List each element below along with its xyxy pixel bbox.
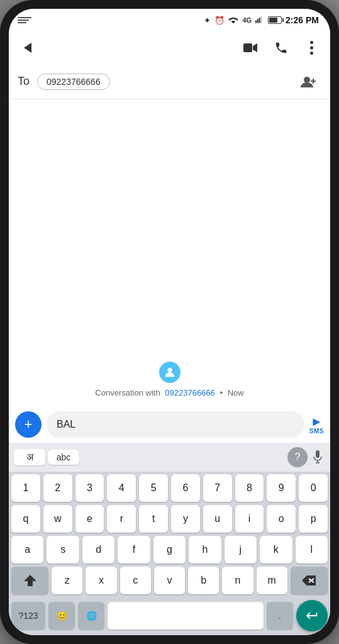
key-g[interactable]: g: [153, 536, 186, 564]
key-p[interactable]: p: [299, 505, 328, 533]
key-d[interactable]: d: [82, 536, 114, 564]
top-bar-icons: [238, 35, 324, 60]
key-7[interactable]: 7: [203, 474, 232, 502]
key-5[interactable]: 5: [139, 474, 168, 502]
key-t[interactable]: t: [139, 505, 168, 533]
alarm-icon: ⏰: [214, 16, 225, 25]
key-6[interactable]: 6: [171, 474, 200, 502]
delete-key[interactable]: [291, 567, 328, 594]
video-call-button[interactable]: [238, 35, 264, 60]
key-z[interactable]: z: [52, 567, 82, 594]
svg-rect-4: [243, 43, 252, 52]
svg-rect-2: [259, 18, 260, 23]
keyboard-help-button[interactable]: ?: [287, 447, 308, 467]
message-input[interactable]: BAL: [47, 411, 304, 438]
key-i[interactable]: i: [235, 505, 264, 533]
key-9[interactable]: 9: [267, 474, 296, 502]
period-key[interactable]: .: [267, 602, 293, 630]
key-e[interactable]: e: [75, 505, 104, 533]
enter-key[interactable]: [296, 600, 328, 631]
key-u[interactable]: u: [203, 505, 232, 533]
symbols-key[interactable]: ?123: [11, 602, 45, 630]
key-b[interactable]: b: [188, 567, 219, 594]
wifi-icon: [228, 16, 238, 25]
status-bar: ✦ ⏰ 4G: [9, 9, 330, 31]
key-k[interactable]: k: [260, 536, 292, 564]
svg-rect-3: [260, 16, 262, 23]
svg-point-7: [310, 52, 313, 55]
key-w[interactable]: w: [43, 505, 72, 533]
phone-inner: ✦ ⏰ 4G: [9, 9, 330, 635]
keyboard-row-qwerty: q w e r t y u i o p: [11, 505, 328, 533]
send-arrow-icon: ►: [311, 415, 323, 428]
back-arrow-icon: [24, 43, 31, 53]
4g-icon: 4G: [242, 16, 252, 24]
battery-icon: [268, 16, 282, 24]
key-r[interactable]: r: [107, 505, 136, 533]
keyboard-row-asdf: a s d f g h j k l: [11, 536, 328, 564]
svg-point-8: [304, 77, 310, 83]
status-right: ✦ ⏰ 4G: [204, 15, 319, 25]
key-l[interactable]: l: [296, 536, 328, 564]
keyboard: अ abc ? 1 2 3: [9, 443, 330, 635]
to-label: To: [18, 75, 30, 88]
svg-rect-0: [255, 20, 257, 23]
key-n[interactable]: n: [222, 567, 253, 594]
conversation-info: Conversation with 09223766666 • Now: [95, 362, 243, 397]
key-s[interactable]: s: [47, 536, 79, 564]
globe-key[interactable]: 🌐: [78, 602, 104, 630]
keyboard-row-numbers: 1 2 3 4 5 6 7 8 9 0: [11, 474, 328, 502]
top-action-bar: [9, 31, 330, 64]
key-y[interactable]: y: [171, 505, 200, 533]
lang-hindi-button[interactable]: अ: [14, 449, 45, 465]
svg-point-5: [310, 41, 313, 44]
shift-key[interactable]: [11, 567, 48, 594]
svg-marker-15: [24, 575, 36, 586]
key-v[interactable]: v: [154, 567, 185, 594]
key-1[interactable]: 1: [11, 474, 40, 502]
lang-abc-button[interactable]: abc: [48, 450, 79, 465]
key-q[interactable]: q: [11, 505, 40, 533]
add-media-button[interactable]: +: [15, 411, 42, 438]
key-o[interactable]: o: [267, 505, 296, 533]
message-bar: + BAL ► SMS: [9, 406, 330, 443]
key-c[interactable]: c: [120, 567, 151, 594]
keyboard-row-zxcv: z x c v b n m: [11, 567, 328, 594]
to-field: To 09223766666: [9, 64, 330, 99]
key-8[interactable]: 8: [235, 474, 264, 502]
key-a[interactable]: a: [11, 536, 43, 564]
conversation-label: Conversation with 09223766666 • Now: [95, 388, 243, 397]
emoji-key[interactable]: 😊: [48, 602, 75, 630]
back-button[interactable]: [15, 35, 40, 60]
status-left: [18, 16, 31, 25]
signal-icon: [255, 16, 264, 25]
key-4[interactable]: 4: [107, 474, 136, 502]
bluetooth-icon: ✦: [204, 16, 211, 25]
status-time: 2:26 PM: [286, 15, 319, 25]
conv-phone: 09223766666: [165, 388, 215, 397]
keyboard-status-icon: [18, 16, 31, 25]
key-3[interactable]: 3: [75, 474, 104, 502]
keyboard-rows: 1 2 3 4 5 6 7 8 9 0 q w e r t: [9, 472, 330, 594]
phone-call-button[interactable]: [269, 35, 294, 60]
svg-rect-12: [316, 450, 320, 458]
phone-frame: ✦ ⏰ 4G: [0, 0, 339, 644]
key-0[interactable]: 0: [299, 474, 328, 502]
contact-avatar: [159, 362, 181, 383]
chat-area: Conversation with 09223766666 • Now: [9, 99, 330, 406]
send-button[interactable]: ► SMS: [309, 415, 324, 435]
recipient-chip[interactable]: 09223766666: [37, 74, 110, 90]
keyboard-mic-button[interactable]: [310, 448, 325, 467]
space-key[interactable]: [108, 602, 264, 630]
key-2[interactable]: 2: [43, 474, 72, 502]
key-f[interactable]: f: [118, 536, 150, 564]
key-x[interactable]: x: [86, 567, 116, 594]
svg-point-6: [310, 47, 313, 50]
svg-point-11: [167, 368, 172, 372]
add-contact-button[interactable]: [296, 69, 321, 94]
key-m[interactable]: m: [257, 567, 287, 594]
more-options-button[interactable]: [299, 35, 324, 60]
send-label: SMS: [309, 428, 324, 435]
key-h[interactable]: h: [189, 536, 221, 564]
key-j[interactable]: j: [225, 536, 257, 564]
